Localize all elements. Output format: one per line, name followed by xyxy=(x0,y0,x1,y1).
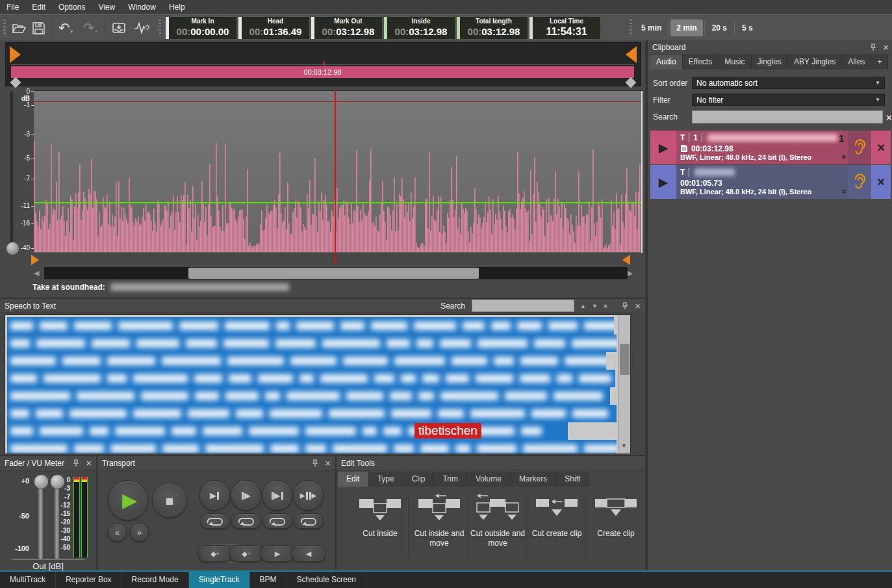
tool-cut-inside[interactable]: Cut inside xyxy=(351,494,409,539)
wave-mark-out-marker[interactable] xyxy=(622,255,630,265)
sort-order-dropdown[interactable]: No automatic sort▼ xyxy=(692,77,885,89)
gain-slider-track[interactable] xyxy=(10,91,14,246)
clipboard-tab-jingles[interactable]: Jingles xyxy=(752,55,788,70)
tool-cut-outside-move[interactable]: Cut outside and move xyxy=(469,494,526,548)
toolbar-grip[interactable] xyxy=(630,19,632,36)
transcript-line[interactable] xyxy=(7,370,615,387)
prelisten-ear-icon[interactable] xyxy=(848,165,871,199)
transcript-line[interactable]: tibetischen xyxy=(7,422,568,440)
search-highlighted-word[interactable]: tibetischen xyxy=(414,423,481,439)
loop-between-marks-button[interactable] xyxy=(262,513,292,529)
clipboard-tab-aby-jingles[interactable]: ABY Jingles xyxy=(788,55,842,70)
zoom-5min-button[interactable]: 5 min xyxy=(635,19,667,36)
add-marker-button[interactable]: ◆+ xyxy=(198,545,232,562)
remove-marker-button[interactable]: ◆− xyxy=(229,545,263,562)
import-take-icon[interactable] xyxy=(109,19,129,37)
undo-caret-icon[interactable]: ▾ xyxy=(70,29,73,34)
tab-markers[interactable]: Markers xyxy=(511,472,556,487)
waveform-scrollbar-thumb[interactable] xyxy=(188,268,479,279)
menu-file[interactable]: File xyxy=(0,0,25,14)
loop-all-button[interactable] xyxy=(294,513,324,529)
undo-button[interactable]: ↶▾ xyxy=(57,19,76,37)
clipboard-item-play-button[interactable]: ▶ xyxy=(650,131,676,164)
open-folder-icon[interactable] xyxy=(9,19,29,37)
speech-transcript[interactable]: tibetischen ▼ xyxy=(5,314,631,454)
tab-multitrack[interactable]: MultiTrack xyxy=(0,572,56,588)
transcript-line[interactable] xyxy=(7,387,610,405)
pin-icon[interactable] xyxy=(312,459,318,467)
play-from-mark-button[interactable]: ▶ xyxy=(231,480,261,511)
transcript-scroll-down-icon[interactable]: ▼ xyxy=(621,442,627,449)
tab-record-mode[interactable]: Record Mode xyxy=(122,572,189,588)
tool-cut-inside-move[interactable]: Cut inside and move xyxy=(411,494,468,548)
toolbar-grip[interactable] xyxy=(3,19,6,36)
menu-options[interactable]: Options xyxy=(52,0,92,14)
close-icon[interactable]: × xyxy=(325,458,331,468)
play-button[interactable]: ▶ xyxy=(108,480,148,520)
collapse-chevron-icon[interactable]: « xyxy=(839,155,848,159)
fader-left-knob[interactable] xyxy=(34,474,49,489)
overview-mark-out-marker[interactable] xyxy=(626,46,637,63)
prev-marker-button[interactable]: ◀ xyxy=(292,545,325,562)
menu-edit[interactable]: Edit xyxy=(25,0,52,14)
close-icon[interactable]: × xyxy=(883,42,889,52)
menu-window[interactable]: Window xyxy=(121,0,162,14)
overview-right-handle[interactable] xyxy=(626,77,637,88)
tool-cut-create-clip[interactable]: Cut create clip xyxy=(528,494,585,539)
close-icon[interactable]: × xyxy=(635,301,641,311)
collapse-chevron-icon[interactable]: « xyxy=(839,189,848,194)
remove-item-icon[interactable]: × xyxy=(871,165,891,199)
remove-item-icon[interactable]: × xyxy=(871,131,891,164)
playhead-cursor[interactable] xyxy=(335,90,336,265)
tab-schedule-screen[interactable]: Schedule Screen xyxy=(287,572,366,588)
clipboard-tab-alles[interactable]: Alles xyxy=(842,55,871,70)
stop-button[interactable]: ■ xyxy=(152,483,187,518)
transcript-line[interactable] xyxy=(7,440,617,454)
zoom-20s-button[interactable]: 20 s xyxy=(706,19,733,36)
clipboard-tab-music[interactable]: Music xyxy=(719,55,751,70)
tab-trim[interactable]: Trim xyxy=(434,472,467,487)
transcript-line[interactable] xyxy=(7,405,617,422)
redo-caret-icon[interactable]: ▾ xyxy=(95,29,97,34)
clipboard-item-1[interactable]: ▶ T 1 1 00:03:12.98 BWF, Linear; 48.0 kH… xyxy=(650,131,891,164)
tab-clip[interactable]: Clip xyxy=(403,472,435,487)
clipboard-search-input[interactable] xyxy=(692,110,883,123)
wave-mark-in-marker[interactable] xyxy=(31,255,39,265)
pin-icon[interactable] xyxy=(73,459,79,467)
waveform-canvas[interactable] xyxy=(34,91,642,252)
play-between-marks-button[interactable]: ▶ xyxy=(262,480,292,511)
tab-singletrack[interactable]: SingleTrack xyxy=(189,572,250,588)
play-to-mark-button[interactable]: ▶ xyxy=(199,480,230,511)
overview-mark-in-marker[interactable] xyxy=(10,46,21,63)
clipboard-item-2[interactable]: ▶ T 00:01:05.73 BWF, Linear; 48.0 kHz, 2… xyxy=(650,165,891,199)
tab-volume[interactable]: Volume xyxy=(467,472,511,487)
next-marker-button[interactable]: ▶ xyxy=(261,545,294,562)
skip-forward-button[interactable]: » xyxy=(130,523,149,542)
clipboard-item-play-button[interactable]: ▶ xyxy=(650,165,676,199)
save-icon[interactable] xyxy=(29,19,48,37)
tab-reporter-box[interactable]: Reporter Box xyxy=(56,572,122,588)
clipboard-tab-effects[interactable]: Effects xyxy=(683,55,719,70)
transcript-scrollbar[interactable]: ▼ xyxy=(618,315,631,454)
pin-icon[interactable] xyxy=(870,44,876,51)
transcript-line[interactable] xyxy=(7,335,617,352)
waveform-tool-icon[interactable]: ? xyxy=(133,19,152,37)
pin-icon[interactable] xyxy=(622,302,628,310)
scroll-right-arrow[interactable]: ▶ xyxy=(628,269,633,277)
transcript-line[interactable] xyxy=(7,317,614,335)
clipboard-tab-add[interactable]: + xyxy=(871,55,888,70)
clipboard-item-body[interactable]: T 00:01:05.73 BWF, Linear; 48.0 kHz, 24 … xyxy=(676,165,848,199)
clipboard-tab-audio[interactable]: Audio xyxy=(650,55,683,70)
search-prev-icon[interactable]: ▲ xyxy=(580,303,586,309)
prelisten-ear-icon[interactable] xyxy=(848,131,871,164)
speech-search-input[interactable] xyxy=(472,300,574,312)
skip-back-button[interactable]: « xyxy=(108,523,127,542)
clipboard-item-body[interactable]: T 1 1 00:03:12.98 BWF, Linear; 48.0 kHz,… xyxy=(676,131,848,164)
scroll-left-arrow[interactable]: ◀ xyxy=(34,269,39,277)
waveform-display[interactable] xyxy=(34,90,643,253)
loop-to-mark-button[interactable] xyxy=(200,513,230,529)
loop-from-mark-button[interactable] xyxy=(231,513,261,529)
search-next-icon[interactable]: ▼ xyxy=(592,303,598,309)
menu-help[interactable]: Help xyxy=(162,0,192,14)
tool-create-clip[interactable]: Create clip xyxy=(587,494,644,539)
